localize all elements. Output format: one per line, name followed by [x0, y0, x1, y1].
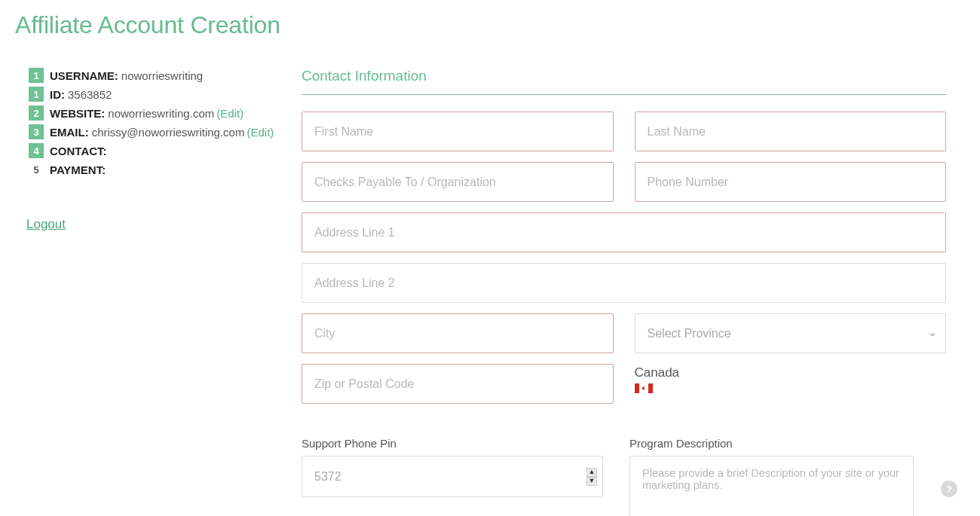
pin-decrement-button[interactable]: ▼	[586, 477, 597, 486]
last-name-input[interactable]	[635, 111, 947, 151]
step-badge: 1	[29, 68, 44, 83]
step-email: 3 EMAIL: chrissy@noworrieswriting.com (E…	[29, 124, 271, 139]
step-label: CONTACT:	[50, 145, 107, 157]
province-select[interactable]: Select Province	[635, 313, 947, 353]
country-display: Canada	[635, 364, 947, 404]
step-contact: 4 CONTACT:	[29, 143, 271, 158]
pin-increment-button[interactable]: ▲	[586, 468, 597, 477]
step-value: chrissy@noworrieswriting.com	[92, 126, 245, 139]
support-pin-label: Support Phone Pin	[302, 437, 603, 450]
step-value: 3563852	[68, 88, 112, 101]
support-pin-input[interactable]	[302, 456, 603, 497]
edit-email-link[interactable]: (Edit)	[247, 126, 274, 139]
logout-link[interactable]: Logout	[26, 217, 66, 232]
step-payment: 5 PAYMENT:	[29, 162, 271, 177]
canada-flag-icon	[635, 383, 653, 393]
section-title: Contact Information	[302, 68, 946, 95]
step-label: WEBSITE:	[50, 107, 105, 120]
step-value: noworrieswriting.com	[108, 107, 214, 120]
page-title: Affiliate Account Creation	[15, 11, 965, 39]
step-badge: 1	[29, 87, 44, 102]
step-website: 2 WEBSITE: noworrieswriting.com (Edit)	[29, 105, 271, 121]
checks-payable-input[interactable]	[302, 162, 614, 202]
step-badge: 3	[29, 124, 44, 139]
step-label: ID:	[50, 88, 65, 101]
contact-form-panel: Contact Information Select Province	[302, 68, 946, 516]
step-label: PAYMENT:	[50, 163, 106, 176]
program-description-label: Program Description	[629, 437, 914, 450]
step-badge: 5	[29, 162, 44, 177]
address1-input[interactable]	[302, 212, 946, 252]
address2-input[interactable]	[302, 263, 946, 303]
step-badge: 2	[29, 105, 44, 121]
help-icon[interactable]: ?	[941, 481, 957, 497]
step-badge: 4	[29, 143, 44, 158]
step-value: noworrieswriting	[121, 69, 203, 82]
city-input[interactable]	[302, 313, 614, 353]
phone-input[interactable]	[635, 162, 947, 202]
signup-sidebar: 1 USERNAME: noworrieswriting 1 ID: 35638…	[15, 68, 271, 516]
step-username: 1 USERNAME: noworrieswriting	[29, 68, 271, 83]
step-label: EMAIL:	[50, 126, 89, 139]
country-name: Canada	[635, 365, 947, 380]
edit-website-link[interactable]: (Edit)	[216, 107, 243, 120]
program-description-textarea[interactable]	[629, 456, 914, 516]
first-name-input[interactable]	[302, 111, 614, 151]
step-label: USERNAME:	[50, 69, 118, 82]
step-id: 1 ID: 3563852	[29, 87, 271, 102]
zip-input[interactable]	[302, 364, 614, 404]
